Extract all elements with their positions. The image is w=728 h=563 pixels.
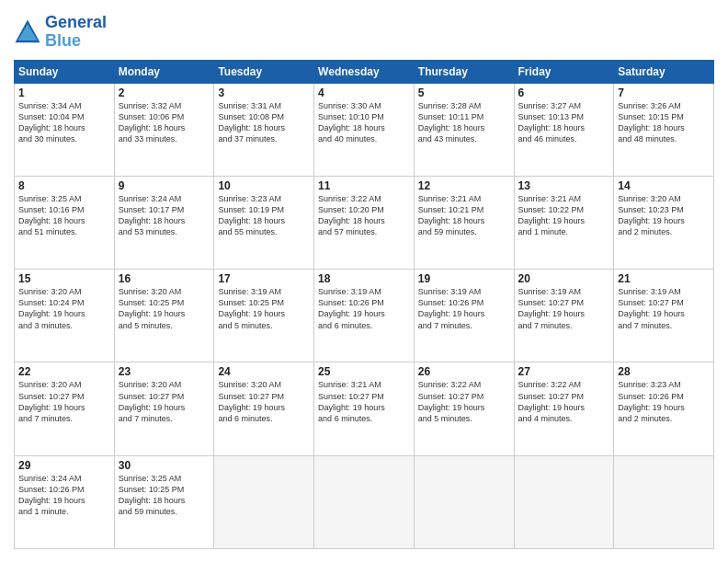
- table-row: 2Sunrise: 3:32 AM Sunset: 10:06 PM Dayli…: [114, 83, 214, 176]
- header: General Blue: [14, 14, 714, 51]
- table-row: 10Sunrise: 3:23 AM Sunset: 10:19 PM Dayl…: [214, 176, 314, 269]
- table-row: 12Sunrise: 3:21 AM Sunset: 10:21 PM Dayl…: [414, 176, 514, 269]
- day-detail: Sunrise: 3:26 AM Sunset: 10:15 PM Daylig…: [618, 100, 710, 145]
- day-detail: Sunrise: 3:20 AM Sunset: 10:23 PM Daylig…: [618, 193, 710, 238]
- table-row: 14Sunrise: 3:20 AM Sunset: 10:23 PM Dayl…: [614, 176, 714, 269]
- table-row: 5Sunrise: 3:28 AM Sunset: 10:11 PM Dayli…: [414, 83, 514, 176]
- page: General Blue Sunday Monday Tuesday Wedne…: [0, 0, 728, 563]
- day-detail: Sunrise: 3:21 AM Sunset: 10:27 PM Daylig…: [318, 379, 410, 424]
- table-row: 16Sunrise: 3:20 AM Sunset: 10:25 PM Dayl…: [114, 270, 214, 362]
- day-number: 8: [18, 179, 110, 192]
- day-number: 17: [218, 272, 310, 285]
- day-number: 14: [618, 179, 710, 192]
- day-number: 21: [618, 272, 710, 285]
- day-number: 19: [418, 272, 510, 285]
- table-row: 22Sunrise: 3:20 AM Sunset: 10:27 PM Dayl…: [15, 362, 115, 455]
- table-row: 11Sunrise: 3:22 AM Sunset: 10:20 PM Dayl…: [314, 176, 415, 269]
- day-detail: Sunrise: 3:19 AM Sunset: 10:27 PM Daylig…: [518, 286, 610, 331]
- day-number: 7: [618, 86, 710, 99]
- day-detail: Sunrise: 3:27 AM Sunset: 10:13 PM Daylig…: [518, 100, 610, 145]
- day-number: 23: [119, 365, 210, 378]
- day-detail: Sunrise: 3:24 AM Sunset: 10:26 PM Daylig…: [18, 473, 110, 518]
- day-detail: Sunrise: 3:30 AM Sunset: 10:10 PM Daylig…: [318, 100, 410, 145]
- col-tuesday: Tuesday: [214, 60, 314, 83]
- table-row: 26Sunrise: 3:22 AM Sunset: 10:27 PM Dayl…: [414, 362, 514, 455]
- table-row: 21Sunrise: 3:19 AM Sunset: 10:27 PM Dayl…: [614, 270, 714, 362]
- table-row: [314, 455, 415, 548]
- table-row: [514, 455, 614, 548]
- day-detail: Sunrise: 3:34 AM Sunset: 10:04 PM Daylig…: [18, 100, 110, 145]
- day-detail: Sunrise: 3:22 AM Sunset: 10:27 PM Daylig…: [418, 379, 510, 424]
- day-detail: Sunrise: 3:19 AM Sunset: 10:25 PM Daylig…: [218, 286, 310, 331]
- table-row: 17Sunrise: 3:19 AM Sunset: 10:25 PM Dayl…: [214, 270, 314, 362]
- table-row: 15Sunrise: 3:20 AM Sunset: 10:24 PM Dayl…: [15, 270, 115, 362]
- day-number: 18: [318, 272, 410, 285]
- day-number: 15: [18, 272, 110, 285]
- day-detail: Sunrise: 3:23 AM Sunset: 10:19 PM Daylig…: [218, 193, 310, 238]
- logo: General Blue: [14, 14, 107, 51]
- col-wednesday: Wednesday: [314, 60, 415, 83]
- day-number: 22: [18, 365, 110, 378]
- day-detail: Sunrise: 3:19 AM Sunset: 10:26 PM Daylig…: [418, 286, 510, 331]
- table-row: 23Sunrise: 3:20 AM Sunset: 10:27 PM Dayl…: [114, 362, 214, 455]
- day-number: 3: [218, 86, 310, 99]
- day-number: 6: [518, 86, 610, 99]
- day-detail: Sunrise: 3:19 AM Sunset: 10:27 PM Daylig…: [618, 286, 710, 331]
- col-monday: Monday: [114, 60, 214, 83]
- logo-icon: [14, 18, 41, 46]
- table-row: 19Sunrise: 3:19 AM Sunset: 10:26 PM Dayl…: [414, 270, 514, 362]
- day-number: 30: [119, 459, 210, 472]
- day-detail: Sunrise: 3:20 AM Sunset: 10:24 PM Daylig…: [18, 286, 110, 331]
- day-number: 28: [618, 365, 710, 378]
- logo-text: General Blue: [45, 14, 107, 51]
- day-number: 20: [518, 272, 610, 285]
- day-number: 9: [119, 179, 210, 192]
- col-saturday: Saturday: [614, 60, 714, 83]
- day-detail: Sunrise: 3:19 AM Sunset: 10:26 PM Daylig…: [318, 286, 410, 331]
- table-row: 28Sunrise: 3:23 AM Sunset: 10:26 PM Dayl…: [614, 362, 714, 455]
- table-row: 9Sunrise: 3:24 AM Sunset: 10:17 PM Dayli…: [114, 176, 214, 269]
- col-friday: Friday: [514, 60, 614, 83]
- day-number: 12: [418, 179, 510, 192]
- table-row: [214, 455, 314, 548]
- table-row: 25Sunrise: 3:21 AM Sunset: 10:27 PM Dayl…: [314, 362, 415, 455]
- day-number: 5: [418, 86, 510, 99]
- day-detail: Sunrise: 3:25 AM Sunset: 10:25 PM Daylig…: [119, 473, 210, 518]
- day-number: 1: [18, 86, 110, 99]
- day-detail: Sunrise: 3:20 AM Sunset: 10:27 PM Daylig…: [119, 379, 210, 424]
- day-number: 13: [518, 179, 610, 192]
- day-detail: Sunrise: 3:23 AM Sunset: 10:26 PM Daylig…: [618, 379, 710, 424]
- day-detail: Sunrise: 3:20 AM Sunset: 10:27 PM Daylig…: [218, 379, 310, 424]
- day-number: 26: [418, 365, 510, 378]
- day-detail: Sunrise: 3:24 AM Sunset: 10:17 PM Daylig…: [119, 193, 210, 238]
- day-detail: Sunrise: 3:31 AM Sunset: 10:08 PM Daylig…: [218, 100, 310, 145]
- day-number: 29: [18, 459, 110, 472]
- table-row: 18Sunrise: 3:19 AM Sunset: 10:26 PM Dayl…: [314, 270, 415, 362]
- table-row: 20Sunrise: 3:19 AM Sunset: 10:27 PM Dayl…: [514, 270, 614, 362]
- day-detail: Sunrise: 3:20 AM Sunset: 10:27 PM Daylig…: [18, 379, 110, 424]
- col-thursday: Thursday: [414, 60, 514, 83]
- col-sunday: Sunday: [15, 60, 115, 83]
- day-detail: Sunrise: 3:21 AM Sunset: 10:21 PM Daylig…: [418, 193, 510, 238]
- table-row: [414, 455, 514, 548]
- day-number: 16: [119, 272, 210, 285]
- table-row: 1Sunrise: 3:34 AM Sunset: 10:04 PM Dayli…: [15, 83, 115, 176]
- day-number: 11: [318, 179, 410, 192]
- day-detail: Sunrise: 3:21 AM Sunset: 10:22 PM Daylig…: [518, 193, 610, 238]
- day-number: 10: [218, 179, 310, 192]
- table-row: 8Sunrise: 3:25 AM Sunset: 10:16 PM Dayli…: [15, 176, 115, 269]
- day-number: 25: [318, 365, 410, 378]
- table-row: 30Sunrise: 3:25 AM Sunset: 10:25 PM Dayl…: [114, 455, 214, 548]
- day-detail: Sunrise: 3:28 AM Sunset: 10:11 PM Daylig…: [418, 100, 510, 145]
- day-detail: Sunrise: 3:20 AM Sunset: 10:25 PM Daylig…: [119, 286, 210, 331]
- day-number: 24: [218, 365, 310, 378]
- day-detail: Sunrise: 3:22 AM Sunset: 10:27 PM Daylig…: [518, 379, 610, 424]
- table-row: 24Sunrise: 3:20 AM Sunset: 10:27 PM Dayl…: [214, 362, 314, 455]
- day-number: 4: [318, 86, 410, 99]
- day-detail: Sunrise: 3:25 AM Sunset: 10:16 PM Daylig…: [18, 193, 110, 238]
- table-row: 13Sunrise: 3:21 AM Sunset: 10:22 PM Dayl…: [514, 176, 614, 269]
- table-row: 29Sunrise: 3:24 AM Sunset: 10:26 PM Dayl…: [15, 455, 115, 548]
- day-number: 2: [119, 86, 210, 99]
- table-row: 6Sunrise: 3:27 AM Sunset: 10:13 PM Dayli…: [514, 83, 614, 176]
- table-row: 4Sunrise: 3:30 AM Sunset: 10:10 PM Dayli…: [314, 83, 415, 176]
